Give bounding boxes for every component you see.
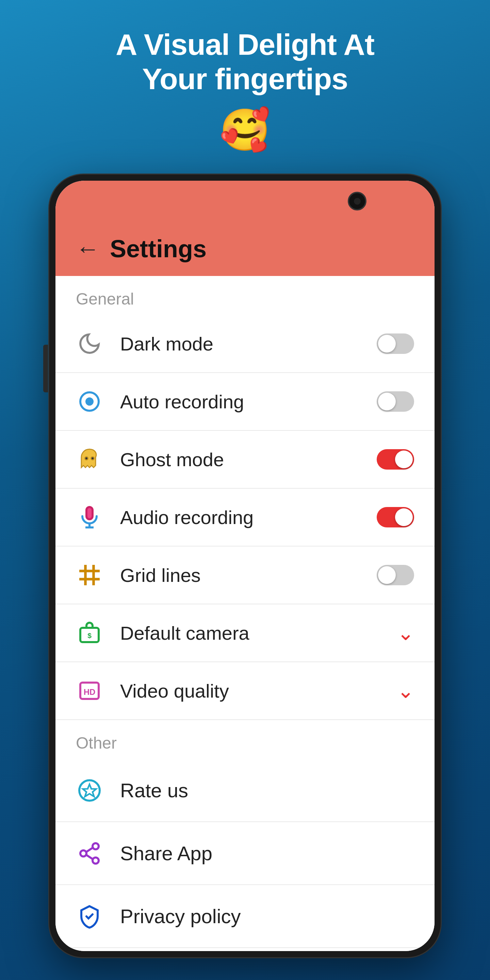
phone-screen: ← Settings General Dark mode (56, 181, 434, 951)
app-header: ← Settings (56, 221, 434, 276)
moon-icon (76, 330, 103, 357)
rate-us-label: Rate us (120, 779, 414, 802)
camera-bag-icon: $ (76, 619, 103, 646)
video-quality-row[interactable]: HD Video quality ⌄ (56, 662, 434, 720)
svg-point-17 (92, 843, 99, 850)
svg-point-18 (80, 850, 86, 856)
privacy-policy-label: Privacy policy (120, 905, 414, 928)
video-quality-chevron: ⌄ (397, 679, 414, 703)
svg-rect-4 (86, 507, 92, 519)
svg-text:$: $ (88, 632, 92, 640)
audio-recording-label: Audio recording (120, 506, 377, 528)
svg-point-1 (86, 398, 92, 404)
default-camera-row[interactable]: $ Default camera ⌄ (56, 605, 434, 662)
shield-check-icon (76, 903, 103, 930)
about-us-row[interactable]: About us (56, 948, 434, 951)
grid-icon (76, 562, 103, 589)
dark-mode-toggle[interactable] (377, 334, 414, 354)
star-circle-icon (76, 777, 103, 804)
svg-text:HD: HD (84, 687, 95, 697)
general-section-label: General (56, 276, 434, 315)
video-quality-label: Video quality (120, 680, 397, 702)
grid-lines-row[interactable]: Grid lines (56, 546, 434, 605)
svg-point-2 (85, 457, 88, 460)
default-camera-label: Default camera (120, 622, 397, 644)
svg-point-19 (92, 858, 99, 864)
back-button[interactable]: ← (76, 235, 100, 262)
ghost-mode-row[interactable]: Ghost mode (56, 431, 434, 488)
ghost-mode-label: Ghost mode (120, 449, 377, 471)
share-circle-icon (76, 840, 103, 867)
share-app-label: Share App (120, 842, 414, 865)
front-camera (348, 192, 366, 211)
headline-line1: A Visual Delight At (116, 27, 374, 61)
headline: A Visual Delight At Your fingertips (92, 27, 398, 96)
headline-line2: Your fingertips (142, 62, 348, 95)
hero-emoji: 🥰 (220, 106, 270, 154)
settings-content: General Dark mode (56, 276, 434, 951)
dark-mode-label: Dark mode (120, 333, 377, 355)
mic-icon (76, 504, 103, 531)
svg-line-20 (86, 848, 93, 852)
auto-recording-row[interactable]: Auto recording (56, 373, 434, 431)
svg-marker-16 (83, 784, 96, 797)
privacy-policy-row[interactable]: Privacy policy (56, 885, 434, 948)
share-app-row[interactable]: Share App (56, 822, 434, 885)
phone-top-bar (56, 181, 434, 221)
hd-icon: HD (76, 677, 103, 705)
auto-recording-toggle[interactable] (377, 391, 414, 412)
record-icon (76, 388, 103, 415)
grid-lines-toggle[interactable] (377, 565, 414, 585)
grid-lines-label: Grid lines (120, 564, 377, 586)
other-section-label: Other (56, 720, 434, 759)
default-camera-chevron: ⌄ (397, 621, 414, 645)
dark-mode-row[interactable]: Dark mode (56, 315, 434, 373)
ghost-icon (76, 446, 103, 473)
audio-recording-row[interactable]: Audio recording (56, 488, 434, 546)
audio-recording-toggle[interactable] (377, 507, 414, 527)
ghost-mode-toggle[interactable] (377, 449, 414, 469)
rate-us-row[interactable]: Rate us (56, 759, 434, 822)
svg-line-21 (86, 855, 93, 859)
svg-point-3 (91, 457, 94, 460)
page-title: Settings (110, 235, 207, 263)
auto-recording-label: Auto recording (120, 391, 377, 413)
phone-shell: ← Settings General Dark mode (49, 175, 441, 957)
